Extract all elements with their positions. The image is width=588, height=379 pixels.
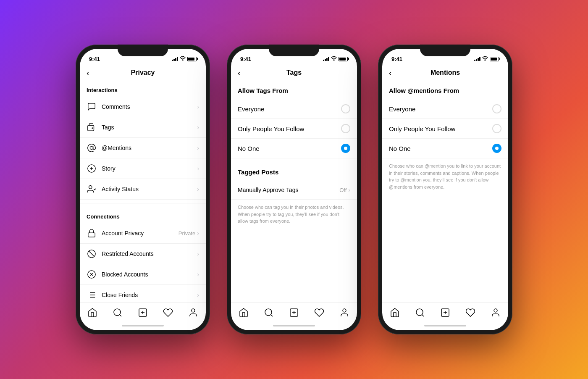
chevron-icon: › <box>197 103 199 110</box>
back-button[interactable]: ‹ <box>87 68 89 78</box>
allow-mentions-title: Allow @mentions From <box>382 80 508 99</box>
no-one-label: No One <box>389 145 492 152</box>
manually-approve-row[interactable]: Manually Approve Tags Off › <box>231 181 357 200</box>
status-time: 9:41 <box>391 56 402 62</box>
tab-add[interactable] <box>286 306 302 319</box>
svg-point-32 <box>343 309 346 312</box>
activity-icon <box>87 184 97 194</box>
svg-point-3 <box>90 146 93 149</box>
comments-menu-item[interactable]: Comments › <box>80 97 206 117</box>
blocked-accounts-label: Blocked Accounts <box>102 271 197 278</box>
no-one-radio-circle[interactable] <box>492 144 501 153</box>
screen-content: Interactions Comments › Tags › @Men <box>80 80 206 302</box>
phone-privacy: 9:41 <box>76 45 210 334</box>
svg-point-34 <box>416 309 423 316</box>
only-people-label: Only People You Follow <box>389 125 492 132</box>
chevron-icon: › <box>197 145 199 151</box>
no-one-radio[interactable]: No One <box>231 139 357 158</box>
svg-point-20 <box>114 309 121 316</box>
story-menu-item[interactable]: Story › <box>80 158 206 179</box>
wifi-icon <box>482 56 488 61</box>
status-time: 9:41 <box>89 56 100 62</box>
no-one-radio-circle[interactable] <box>341 144 350 153</box>
tab-home[interactable] <box>84 306 101 319</box>
tab-heart[interactable] <box>311 306 328 319</box>
tab-home[interactable] <box>235 306 252 319</box>
story-icon <box>87 163 97 174</box>
svg-line-35 <box>422 315 424 316</box>
chevron-icon: › <box>197 124 199 131</box>
status-time: 9:41 <box>240 56 251 62</box>
only-people-radio[interactable]: Only People You Follow <box>382 119 508 139</box>
status-icons <box>323 56 348 61</box>
home-indicator <box>382 321 508 330</box>
blocked-accounts-menu-item[interactable]: Blocked Accounts › <box>80 264 206 285</box>
tab-heart[interactable] <box>462 306 479 319</box>
tab-profile[interactable] <box>185 306 202 319</box>
everyone-label: Everyone <box>389 105 492 113</box>
svg-point-25 <box>192 309 195 312</box>
tab-bar <box>231 302 357 321</box>
only-people-radio-circle[interactable] <box>492 124 501 133</box>
tab-search[interactable] <box>412 306 428 319</box>
svg-point-26 <box>333 60 334 61</box>
tab-heart[interactable] <box>160 306 176 319</box>
tab-search[interactable] <box>109 306 126 319</box>
everyone-radio[interactable]: Everyone <box>231 99 357 119</box>
activity-status-menu-item[interactable]: Activity Status › <box>80 179 206 200</box>
interactions-section-header: Interactions <box>80 80 206 97</box>
everyone-radio-circle[interactable] <box>492 104 501 113</box>
screen-content: Allow @mentions From Everyone Only Peopl… <box>382 80 508 302</box>
everyone-radio[interactable]: Everyone <box>382 99 508 119</box>
svg-point-27 <box>265 309 272 316</box>
comment-icon <box>87 102 97 112</box>
mentions-menu-item[interactable]: @Mentions › <box>80 138 206 158</box>
no-one-radio[interactable]: No One <box>382 139 508 158</box>
home-indicator <box>231 321 357 330</box>
svg-point-33 <box>485 60 486 61</box>
home-indicator <box>80 321 206 330</box>
chevron-icon: › <box>197 186 199 192</box>
svg-line-28 <box>271 315 273 316</box>
tab-search[interactable] <box>260 306 277 319</box>
account-privacy-label: Account Privacy <box>102 230 178 237</box>
screen-content: Allow Tags From Everyone Only People You… <box>231 80 357 302</box>
tags-helper-text: Choose who can tag you in their photos a… <box>231 200 357 232</box>
tab-profile[interactable] <box>336 306 353 319</box>
mentions-label: @Mentions <box>102 145 197 151</box>
chevron-icon: › <box>197 250 199 257</box>
account-privacy-menu-item[interactable]: Account Privacy Private › <box>80 223 206 244</box>
activity-status-label: Activity Status <box>102 186 197 192</box>
wifi-icon <box>331 56 337 61</box>
close-friends-menu-item[interactable]: Close Friends › <box>80 285 206 302</box>
nav-title: Tags <box>239 69 349 76</box>
nav-title: Privacy <box>88 69 197 76</box>
only-people-radio[interactable]: Only People You Follow <box>231 119 357 139</box>
wifi-icon <box>180 56 186 61</box>
only-people-radio-circle[interactable] <box>341 124 350 133</box>
svg-point-39 <box>494 309 497 312</box>
tab-bar <box>80 302 206 321</box>
mentions-helper-text: Choose who can @mention you to link to y… <box>382 158 508 197</box>
battery-icon <box>490 57 499 61</box>
svg-point-0 <box>182 60 183 61</box>
notch <box>118 45 168 56</box>
tags-label: Tags <box>102 124 197 131</box>
restricted-accounts-menu-item[interactable]: Restricted Accounts › <box>80 244 206 264</box>
tab-profile[interactable] <box>487 306 504 319</box>
manually-approve-label: Manually Approve Tags <box>238 187 339 193</box>
tags-menu-item[interactable]: Tags › <box>80 117 206 138</box>
nav-bar: ‹ Privacy <box>80 66 206 80</box>
blocked-icon <box>87 269 97 279</box>
status-icons <box>172 56 197 61</box>
restricted-accounts-label: Restricted Accounts <box>102 250 197 257</box>
tab-home[interactable] <box>386 306 403 319</box>
tab-add[interactable] <box>134 306 151 319</box>
chevron-icon: › <box>197 292 199 298</box>
back-button[interactable]: ‹ <box>389 68 392 78</box>
tab-add[interactable] <box>437 306 454 319</box>
back-button[interactable]: ‹ <box>238 68 241 78</box>
everyone-radio-circle[interactable] <box>341 104 350 113</box>
comments-label: Comments <box>102 103 197 110</box>
battery-icon <box>339 57 348 61</box>
